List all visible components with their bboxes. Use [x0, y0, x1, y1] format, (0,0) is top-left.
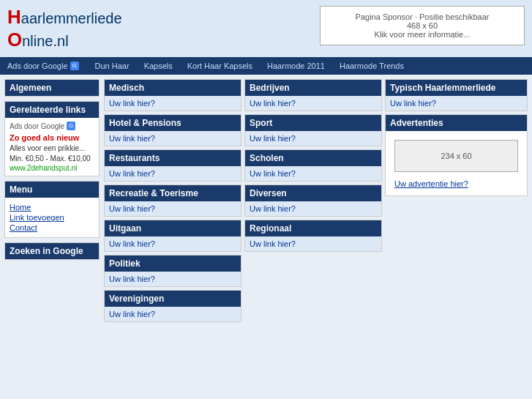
site-title: Haarlemmerliede Online.nl: [7, 6, 122, 51]
sidebar-gerelateerde-header: Gerelateerde links: [5, 102, 99, 118]
cat-hotel-link[interactable]: Uw link hier?: [105, 131, 241, 146]
cat-sport-link[interactable]: Uw link hier?: [245, 131, 381, 146]
sponsor-line3: Klik voor meer informatie...: [335, 30, 509, 39]
cat-scholen: Scholen Uw link hier?: [244, 149, 382, 182]
cat-sport-header: Sport: [245, 115, 381, 131]
sidebar-menu-content: Home Link toevoegen Contact: [5, 198, 99, 237]
nav-kapsels[interactable]: Kapsels: [138, 60, 179, 72]
ads-google-small: Ads door Google G: [10, 122, 94, 130]
cat-uitgaan: Uitgaan Uw link hier?: [104, 220, 241, 252]
google-small-icon: G: [67, 122, 75, 130]
cat-typisch: Typisch Haarlemmerliede Uw link hier?: [385, 79, 528, 111]
menu-link-toevoegen[interactable]: Link toevoegen: [10, 213, 94, 222]
cat-advertenties: Advertenties 234 x 60 Uw advertentie hie…: [385, 114, 528, 196]
cat-restaurants-link[interactable]: Uw link hier?: [105, 166, 241, 181]
cat-regionaal: Regionaal Uw link hier?: [244, 220, 382, 252]
cat-politiek: Politiek Uw link hier?: [104, 255, 241, 287]
sidebar-algemeen-header: Algemeen: [5, 80, 99, 96]
sidebar-gerelateerde: Gerelateerde links Ads door Google G Zo …: [4, 101, 100, 176]
cat-politiek-header: Politiek: [105, 256, 241, 272]
google-icon: G: [70, 61, 79, 70]
sidebar-ad-title[interactable]: Zo goed als nieuw: [10, 133, 94, 142]
header: Haarlemmerliede Online.nl Pagina Sponsor…: [0, 0, 532, 57]
cat-typisch-header: Typisch Haarlemmerliede: [386, 80, 527, 96]
cat-advertenties-header: Advertenties: [386, 115, 527, 131]
cat-verenigingen-header: Verenigingen: [105, 291, 241, 307]
cat-medisch-link[interactable]: Uw link hier?: [105, 96, 241, 111]
cat-restaurants-header: Restaurants: [105, 150, 241, 166]
menu-contact[interactable]: Contact: [10, 223, 94, 232]
navbar: Ads door Google G Dun Haar Kapsels Kort …: [0, 57, 532, 75]
cat-col1: Medisch Uw link hier? Hotel & Pensions U…: [104, 79, 241, 322]
cat-regionaal-header: Regionaal: [245, 220, 381, 236]
sponsor-box[interactable]: Pagina Sponsor · Positie beschikbaar 468…: [320, 6, 525, 45]
cat-verenigingen-link[interactable]: Uw link hier?: [105, 307, 241, 321]
sidebar: Algemeen Gerelateerde links Ads door Goo…: [4, 79, 100, 322]
nav-kort-haar[interactable]: Kort Haar Kapsels: [181, 60, 258, 72]
cat-advertenties-content: 234 x 60 Uw advertentie hier?: [386, 131, 527, 195]
sidebar-menu-header: Menu: [5, 182, 99, 198]
content: Medisch Uw link hier? Hotel & Pensions U…: [104, 79, 528, 322]
nav-dun-haar[interactable]: Dun Haar: [89, 60, 135, 72]
cat-typisch-link[interactable]: Uw link hier?: [386, 96, 527, 111]
cat-recreatie: Recreatie & Toerisme Uw link hier?: [104, 184, 241, 217]
cat-politiek-link[interactable]: Uw link hier?: [105, 272, 241, 286]
sidebar-menu: Menu Home Link toevoegen Contact: [4, 181, 100, 238]
cat-medisch-header: Medisch: [105, 80, 241, 96]
cat-bedrijven-header: Bedrijven: [245, 80, 381, 96]
cat-recreatie-header: Recreatie & Toerisme: [105, 185, 241, 201]
cat-uitgaan-header: Uitgaan: [105, 220, 241, 236]
cat-scholen-header: Scholen: [245, 150, 381, 166]
ads-google-nav: Ads door Google G: [7, 61, 79, 70]
cat-restaurants: Restaurants Uw link hier?: [104, 149, 241, 182]
ad-size: 234 x 60: [441, 152, 471, 160]
ad-link[interactable]: Uw advertentie hier?: [390, 176, 522, 191]
cat-regionaal-link[interactable]: Uw link hier?: [245, 236, 381, 251]
cat-uitgaan-link[interactable]: Uw link hier?: [105, 236, 241, 251]
cat-diversen: Diversen Uw link hier?: [244, 184, 382, 217]
sidebar-search: Zoeken in Google: [4, 242, 100, 260]
sidebar-search-header: Zoeken in Google: [5, 243, 99, 259]
cat-hotel: Hotel & Pensions Uw link hier?: [104, 114, 241, 146]
cat-hotel-header: Hotel & Pensions: [105, 115, 241, 131]
cat-main: Medisch Uw link hier? Hotel & Pensions U…: [104, 79, 528, 322]
sidebar-gerelateerde-content: Ads door Google G Zo goed als nieuw Alle…: [5, 118, 99, 176]
cat-col2: Bedrijven Uw link hier? Sport Uw link hi…: [244, 79, 382, 322]
cat-col3: Typisch Haarlemmerliede Uw link hier? Ad…: [385, 79, 528, 322]
nav-haarmode[interactable]: Haarmode 2011: [261, 60, 331, 72]
cat-scholen-link[interactable]: Uw link hier?: [245, 166, 381, 181]
nav-haarmode-trends[interactable]: Haarmode Trends: [334, 60, 410, 72]
cat-sport: Sport Uw link hier?: [244, 114, 382, 146]
cat-bedrijven-link[interactable]: Uw link hier?: [245, 96, 381, 111]
cat-bedrijven: Bedrijven Uw link hier?: [244, 79, 382, 111]
sidebar-algemeen: Algemeen: [4, 79, 100, 97]
ad-placeholder[interactable]: 234 x 60: [394, 140, 518, 172]
cat-recreatie-link[interactable]: Uw link hier?: [105, 201, 241, 216]
sponsor-line1: Pagina Sponsor · Positie beschikbaar: [335, 12, 509, 21]
cat-diversen-header: Diversen: [245, 185, 381, 201]
sidebar-ad-desc: Alles voor een prikkie... Min. €0,50 - M…: [10, 143, 94, 164]
cat-medisch: Medisch Uw link hier?: [104, 79, 241, 111]
sponsor-line2: 468 x 60: [335, 21, 509, 30]
cat-verenigingen: Verenigingen Uw link hier?: [104, 290, 241, 322]
sidebar-ad-url: www.2dehandsput.nl: [10, 164, 94, 172]
menu-home[interactable]: Home: [10, 203, 94, 212]
main: Algemeen Gerelateerde links Ads door Goo…: [0, 75, 532, 327]
cat-diversen-link[interactable]: Uw link hier?: [245, 201, 381, 216]
